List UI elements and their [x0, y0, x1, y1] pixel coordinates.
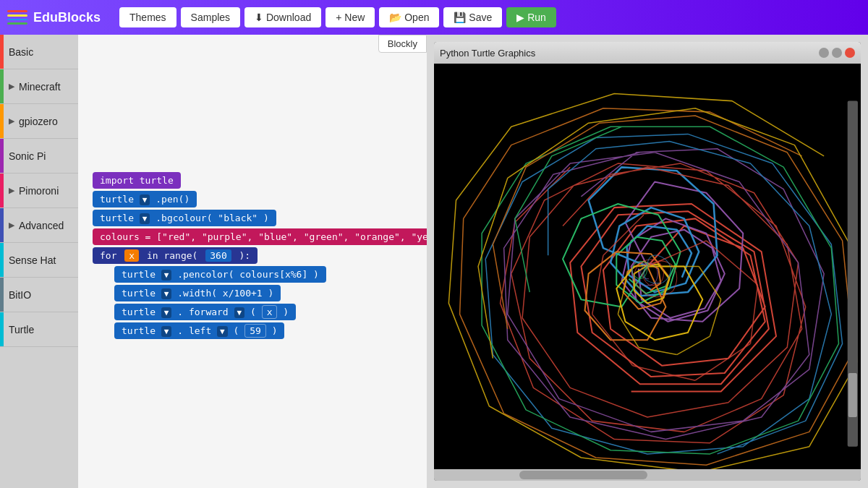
- maximize-button[interactable]: [832, 48, 842, 58]
- logo-icon: [7, 10, 27, 25]
- code-area[interactable]: Blockly import turtle turtle ▼ .pen() tu…: [78, 35, 427, 488]
- preview-canvas: [434, 64, 861, 469]
- save-button[interactable]: 💾 Save: [443, 7, 502, 27]
- download-button[interactable]: ⬇ Download: [244, 7, 321, 27]
- color-bar-minecraft: [0, 69, 4, 103]
- block-colours-list[interactable]: colours = ["red", "purple", "blue", "gre…: [93, 228, 427, 245]
- arrow-icon-minecraft: ▶: [9, 82, 14, 91]
- block-import-turtle[interactable]: import turtle: [93, 172, 181, 189]
- plus-icon: +: [336, 12, 344, 23]
- block-turtle-forward[interactable]: turtle ▼ . forward ▼ ( x ): [114, 304, 296, 320]
- arrow-icon-advanced: ▶: [9, 221, 14, 230]
- logo-stripe-green: [7, 22, 27, 25]
- color-bar-turtle: [0, 312, 4, 346]
- block-text-turtle-pen: turtle ▼ .pen(): [100, 194, 190, 205]
- block-turtle-left[interactable]: turtle ▼ . left ▼ ( 59 ): [114, 322, 284, 339]
- sidebar-item-minecraft[interactable]: ▶ Minecraft: [0, 69, 78, 104]
- sidebar-item-sense-hat[interactable]: Sense Hat: [0, 243, 78, 278]
- sidebar-label-pimoroni: Pimoroni: [19, 185, 59, 197]
- sidebar-item-basic[interactable]: Basic: [0, 35, 78, 69]
- color-bar-advanced: [0, 208, 4, 242]
- header: EduBlocks Themes Samples ⬇ Download + Ne…: [0, 0, 868, 35]
- block-turtle-pen[interactable]: turtle ▼ .pen(): [93, 191, 197, 207]
- logo-text: EduBlocks: [33, 10, 101, 25]
- block-text-width: turtle ▼ .width( x/100+1 ): [122, 288, 273, 299]
- preview-title: Python Turtle Graphics: [440, 48, 535, 59]
- block-turtle-pencolor[interactable]: turtle ▼ .pencolor( colours[x%6] ): [114, 266, 326, 283]
- sidebar-label-gpiozero: gpiozero: [19, 116, 58, 127]
- block-text-pencolor: turtle ▼ .pencolor( colours[x%6] ): [122, 269, 319, 280]
- logo-area: EduBlocks: [7, 10, 101, 25]
- sidebar-item-bitio[interactable]: BitIO: [0, 278, 78, 312]
- h-scrollbar-thumb[interactable]: [519, 471, 647, 479]
- logo-stripe-blue: [7, 19, 27, 21]
- download-icon: ⬇: [255, 12, 266, 23]
- block-text-import-turtle: import turtle: [100, 175, 174, 186]
- color-bar-sense-hat: [0, 243, 4, 277]
- sidebar-label-basic: Basic: [9, 46, 33, 58]
- turtle-graphics-svg: [434, 64, 861, 469]
- arrow-icon-pimoroni: ▶: [9, 186, 14, 195]
- sidebar-item-sonic-pi[interactable]: Sonic Pi: [0, 139, 78, 174]
- minimize-button[interactable]: [819, 48, 829, 58]
- sidebar-item-gpiozero[interactable]: ▶ gpiozero: [0, 104, 78, 139]
- color-bar-pimoroni: [0, 174, 4, 207]
- sidebar-label-sonic-pi: Sonic Pi: [9, 150, 46, 162]
- play-icon: ▶: [516, 12, 527, 23]
- run-button[interactable]: ▶ Run: [506, 7, 556, 27]
- new-button[interactable]: + New: [326, 7, 375, 27]
- preview-container: Python Turtle Graphics: [427, 35, 868, 488]
- sidebar-label-bitio: BitIO: [9, 289, 31, 301]
- block-group: import turtle turtle ▼ .pen() turtle ▼ .…: [93, 172, 412, 339]
- color-bar-sonic-pi: [0, 139, 4, 173]
- sidebar-label-sense-hat: Sense Hat: [9, 254, 56, 266]
- block-text-colours: colours = ["red", "purple", "blue", "gre…: [100, 231, 427, 242]
- color-bar-gpiozero: [0, 104, 4, 138]
- sidebar-label-advanced: Advanced: [19, 220, 64, 231]
- sidebar-item-pimoroni[interactable]: ▶ Pimoroni: [0, 174, 78, 208]
- folder-icon: 📂: [389, 12, 404, 23]
- preview-window: Python Turtle Graphics: [434, 42, 861, 481]
- svg-rect-17: [848, 373, 857, 417]
- logo-stripe-red: [7, 10, 27, 12]
- block-text-turtle-bgcolour: turtle ▼ .bgcolour( "black" ): [100, 213, 269, 223]
- block-text-left: turtle ▼ . left ▼ ( 59 ): [122, 325, 277, 336]
- sidebar-item-advanced[interactable]: ▶ Advanced: [0, 208, 78, 243]
- block-turtle-bgcolour[interactable]: turtle ▼ .bgcolour( "black" ): [93, 210, 276, 226]
- save-icon: 💾: [454, 12, 469, 23]
- preview-controls: [819, 48, 855, 58]
- block-text-forward: turtle ▼ . forward ▼ ( x ): [122, 307, 289, 317]
- block-text-for: for x in range( 360 ):: [100, 250, 250, 261]
- sidebar-item-turtle[interactable]: Turtle: [0, 312, 78, 347]
- close-button[interactable]: [845, 48, 855, 58]
- block-turtle-width[interactable]: turtle ▼ .width( x/100+1 ): [114, 285, 281, 301]
- themes-button[interactable]: Themes: [119, 7, 176, 27]
- preview-titlebar: Python Turtle Graphics: [434, 42, 861, 64]
- sidebar: Basic ▶ Minecraft ▶ gpiozero Sonic Pi ▶ …: [0, 35, 78, 488]
- arrow-icon-gpiozero: ▶: [9, 116, 14, 126]
- color-bar-bitio: [0, 278, 4, 312]
- samples-button[interactable]: Samples: [181, 7, 240, 27]
- blockly-badge[interactable]: Blockly: [378, 35, 427, 53]
- block-for-loop[interactable]: for x in range( 360 ):: [93, 247, 258, 264]
- h-scrollbar[interactable]: [434, 469, 861, 481]
- main-area: Basic ▶ Minecraft ▶ gpiozero Sonic Pi ▶ …: [0, 35, 868, 488]
- sidebar-label-turtle: Turtle: [9, 324, 34, 335]
- color-bar-basic: [0, 35, 4, 69]
- open-button[interactable]: 📂 Open: [379, 7, 439, 27]
- logo-stripe-yellow: [7, 14, 27, 17]
- sidebar-label-minecraft: Minecraft: [19, 81, 61, 93]
